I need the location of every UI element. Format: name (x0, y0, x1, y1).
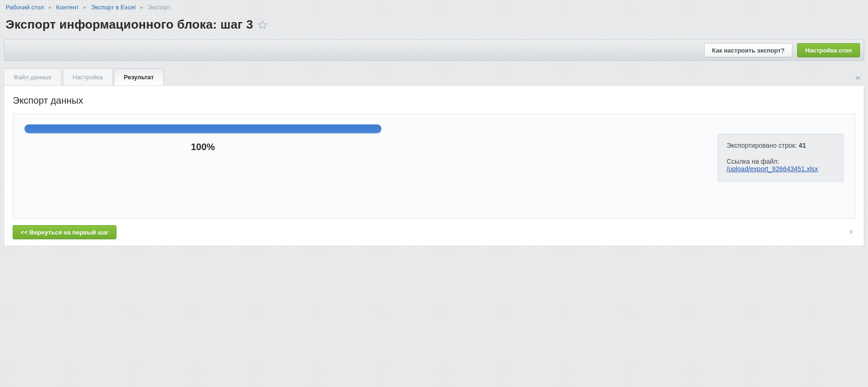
tab-settings[interactable]: Настройка (63, 68, 113, 85)
breadcrumb-item-export: Экспорт (148, 4, 171, 11)
page-title-row: Экспорт информационного блока: шаг 3 (0, 11, 868, 39)
page-title: Экспорт информационного блока: шаг 3 (6, 17, 253, 32)
breadcrumb-item-content[interactable]: Контент (56, 4, 79, 11)
content-card: Экспорт данных 100% Экспортировано строк… (4, 85, 864, 246)
progress-column: 100% (24, 124, 381, 152)
pin-icon[interactable] (852, 72, 864, 84)
progress-bar (24, 124, 381, 133)
tab-result[interactable]: Результат (114, 68, 164, 85)
svg-marker-0 (259, 21, 267, 28)
export-file-label: Ссылка на файл: (727, 158, 835, 165)
toolbar: Как настроить экспорт? Настройка cron (4, 39, 864, 61)
exported-rows-count: 41 (798, 142, 806, 149)
tab-data-file[interactable]: Файл данных (4, 68, 62, 85)
cron-settings-button[interactable]: Настройка cron (797, 43, 860, 57)
card-footer: << Вернуться на первый шаг (13, 225, 855, 239)
chevron-right-icon: ▸ (49, 4, 52, 10)
section-title: Экспорт данных (13, 95, 855, 106)
tab-bar: Файл данных Настройка Результат (4, 68, 864, 85)
breadcrumb-item-export-excel[interactable]: Экспорт в Excel (91, 4, 136, 11)
progress-percent: 100% (24, 142, 381, 152)
chevron-right-icon: ▸ (140, 4, 143, 10)
export-file-link[interactable]: /upload/export_926643451.xlsx (727, 165, 818, 173)
exported-rows-label: Экспортировано строк: (727, 142, 797, 149)
breadcrumb-item-desktop[interactable]: Рабочий стол (6, 4, 44, 11)
star-icon[interactable] (258, 20, 267, 30)
exported-rows: Экспортировано строк: 41 (727, 142, 835, 149)
back-to-first-step-button[interactable]: << Вернуться на первый шаг (13, 225, 116, 239)
chevron-right-icon: ▸ (84, 4, 86, 10)
export-file: Ссылка на файл: /upload/export_926643451… (727, 158, 835, 173)
pin-icon[interactable] (847, 228, 855, 236)
breadcrumb: Рабочий стол ▸ Контент ▸ Экспорт в Excel… (0, 0, 868, 11)
export-info-box: Экспортировано строк: 41 Ссылка на файл:… (718, 134, 844, 182)
result-panel: 100% Экспортировано строк: 41 Ссылка на … (13, 114, 855, 219)
help-export-button[interactable]: Как настроить экспорт? (704, 43, 793, 57)
